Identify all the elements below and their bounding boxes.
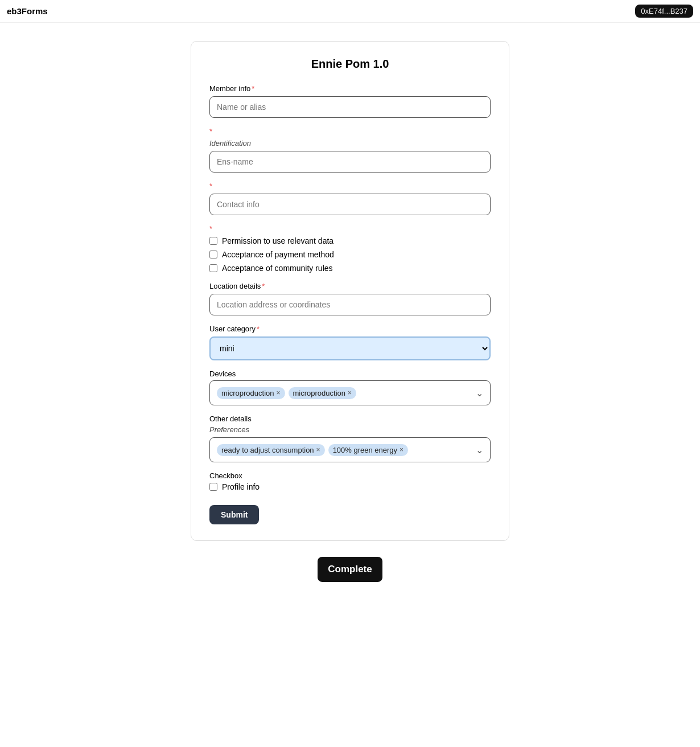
- devices-multiselect[interactable]: microproduction × microproduction × ⌄: [209, 380, 491, 405]
- checkbox-community-input[interactable]: [209, 264, 217, 272]
- location-label: Location details*: [209, 282, 491, 290]
- identification-group: Identification: [209, 139, 491, 173]
- device-tag-2-remove[interactable]: ×: [348, 389, 352, 397]
- required-star: *: [252, 84, 254, 93]
- location-group: Location details*: [209, 282, 491, 315]
- wallet-badge: 0xE74f...B237: [635, 5, 693, 18]
- preferences-dropdown-arrow[interactable]: ⌄: [476, 445, 483, 455]
- pref-tag-2-remove[interactable]: ×: [400, 446, 403, 454]
- form-card: Ennie Pom 1.0 Member info* * Identificat…: [191, 41, 509, 541]
- checkbox-payment-input[interactable]: [209, 251, 217, 258]
- pref-tag-2-text: 100% green energy: [333, 446, 397, 454]
- checkbox-permission-label: Permission to use relevant data: [222, 236, 333, 245]
- device-tag-2-text: microproduction: [293, 389, 346, 397]
- top-bar: eb3Forms 0xE74f...B237: [0, 0, 700, 23]
- pref-tag-1-text: ready to adjust consumption: [221, 446, 314, 454]
- member-info-group: Member info*: [209, 84, 491, 118]
- device-tag-2: microproduction ×: [289, 387, 357, 399]
- required-star-identification: *: [209, 127, 491, 136]
- checkbox-payment-label: Acceptance of payment method: [222, 250, 334, 259]
- preferences-multiselect[interactable]: ready to adjust consumption × 100% green…: [209, 437, 491, 462]
- devices-group: Devices microproduction × microproductio…: [209, 370, 491, 405]
- identification-label: Identification: [209, 139, 491, 147]
- app-title: eb3Forms: [7, 6, 48, 16]
- user-category-group: User category* mini standard pro: [209, 325, 491, 360]
- checkbox-community-label: Acceptance of community rules: [222, 264, 333, 273]
- form-title: Ennie Pom 1.0: [209, 58, 491, 71]
- page-content: Ennie Pom 1.0 Member info* * Identificat…: [0, 23, 700, 616]
- checkbox-community[interactable]: Acceptance of community rules: [209, 264, 491, 273]
- profile-checkbox-section: Checkbox Profile info: [209, 471, 491, 491]
- pref-tag-1-remove[interactable]: ×: [316, 446, 320, 454]
- device-tag-1: microproduction ×: [217, 387, 285, 399]
- contact-info-group: [209, 194, 491, 215]
- required-star-checkboxes: *: [209, 224, 491, 233]
- pref-tag-2: 100% green energy ×: [328, 444, 409, 456]
- device-tag-1-text: microproduction: [221, 389, 274, 397]
- consent-checkbox-group: Permission to use relevant data Acceptan…: [209, 236, 491, 273]
- checkbox-permission-input[interactable]: [209, 237, 217, 245]
- checkbox-payment[interactable]: Acceptance of payment method: [209, 250, 491, 259]
- member-info-input[interactable]: [209, 96, 491, 118]
- devices-dropdown-arrow[interactable]: ⌄: [476, 388, 483, 399]
- contact-info-input[interactable]: [209, 194, 491, 215]
- user-category-select[interactable]: mini standard pro: [209, 336, 491, 360]
- profile-info-checkbox-input[interactable]: [209, 483, 217, 491]
- devices-label: Devices: [209, 370, 491, 378]
- profile-info-label: Profile info: [222, 482, 260, 491]
- device-tag-1-remove[interactable]: ×: [277, 389, 281, 397]
- submit-button[interactable]: Submit: [209, 505, 259, 524]
- user-category-label: User category*: [209, 325, 491, 333]
- pref-tag-1: ready to adjust consumption ×: [217, 444, 325, 456]
- preferences-label: Preferences: [209, 425, 491, 434]
- location-input[interactable]: [209, 294, 491, 315]
- complete-button[interactable]: Complete: [318, 557, 382, 582]
- checkbox-permission[interactable]: Permission to use relevant data: [209, 236, 491, 245]
- other-details-label: Other details: [209, 414, 491, 423]
- identification-input[interactable]: [209, 151, 491, 173]
- profile-info-checkbox[interactable]: Profile info: [209, 482, 491, 491]
- other-details-group: Other details Preferences ready to adjus…: [209, 414, 491, 462]
- member-info-label: Member info*: [209, 84, 491, 93]
- checkbox-section-label: Checkbox: [209, 471, 491, 480]
- required-star-contact: *: [209, 182, 491, 190]
